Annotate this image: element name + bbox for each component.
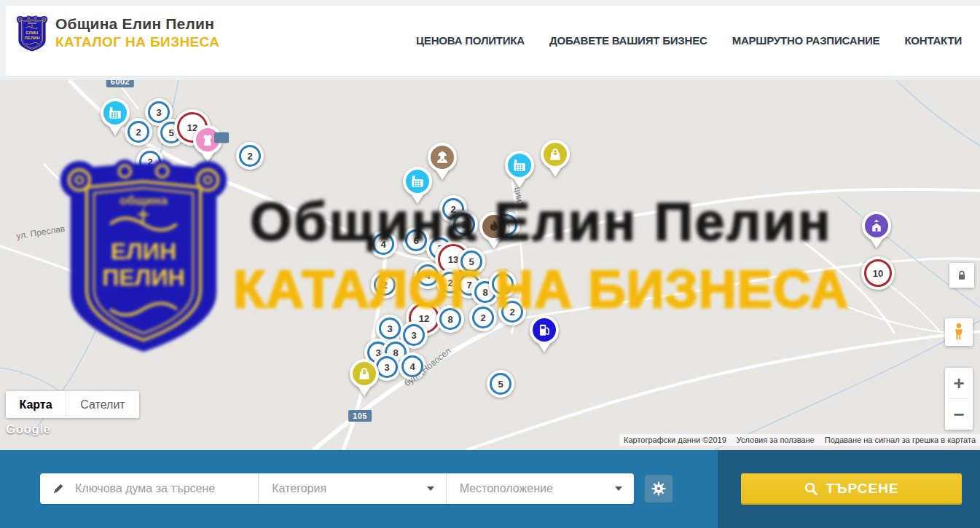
map-attribution: Картографски данни ©2019 Условия за полз… (619, 434, 980, 446)
map-pin-church[interactable] (862, 211, 891, 251)
cluster-count: 10 (873, 268, 883, 279)
keyword-section (40, 473, 259, 504)
zoom-in-button[interactable]: + (945, 368, 973, 398)
nav-add-business[interactable]: ДОБАВЕТЕ ВАШИЯТ БИЗНЕС (549, 34, 707, 47)
cluster-count: 3 (411, 330, 416, 341)
chevron-down-icon (427, 486, 434, 491)
category-select-value: Категория (259, 482, 426, 495)
street-label: ул. Преслав (15, 224, 66, 241)
pegman-control[interactable] (945, 318, 973, 346)
site-subtitle: КАТАЛОГ НА БИЗНЕСА (55, 34, 219, 51)
location-select[interactable]: Местоположение (447, 473, 634, 504)
road-number-badge (214, 133, 229, 143)
cluster-count: 6 (413, 235, 418, 246)
cluster-count: 2 (136, 127, 141, 138)
bag-icon (541, 140, 570, 169)
attribution-terms-link[interactable]: Условия за ползване (737, 436, 815, 444)
map-cluster-marker[interactable]: 4 (489, 270, 517, 298)
pegman-icon (951, 323, 967, 342)
zoom-out-button[interactable]: − (945, 399, 973, 430)
map-pin-clothes[interactable] (193, 125, 222, 165)
cluster-count: 8 (447, 314, 452, 325)
factory-icon (505, 151, 534, 180)
cluster-count: 2 (147, 157, 152, 168)
cluster-count: 3 (156, 107, 161, 118)
cluster-count: 5 (498, 379, 503, 390)
map-pin-bag[interactable] (350, 359, 379, 398)
flame-icon (479, 212, 509, 241)
cluster-count: 3 (384, 362, 389, 373)
cluster-count: 8 (482, 287, 487, 298)
map-cluster-marker[interactable]: 4 (369, 230, 397, 258)
lock-icon (955, 269, 968, 282)
map-type-control: Карта Сателит (6, 391, 139, 418)
search-button-label: ТЪРСЕНЕ (826, 481, 898, 497)
attribution-report-link[interactable]: Подаване на сигнал за грешка в картата (825, 436, 976, 444)
attribution-copyright: Картографски данни ©2019 (624, 436, 726, 444)
chevron-down-icon (615, 486, 622, 491)
pencil-icon (52, 482, 65, 495)
road-number-badge: 105 (348, 410, 372, 422)
cluster-count: 4 (500, 279, 505, 290)
main-nav: ЦЕНОВА ПОЛИТИКА ДОБАВЕТЕ ВАШИЯТ БИЗНЕС М… (416, 0, 962, 80)
zoom-control: + − (945, 368, 973, 430)
map-cluster-marker[interactable]: 2 (469, 304, 497, 331)
road-number-badge: 6002 (106, 80, 134, 87)
map-cluster-marker[interactable]: 10 (861, 256, 895, 290)
map-cluster-marker[interactable]: 2 (236, 142, 264, 170)
nav-pricing[interactable]: ЦЕНОВА ПОЛИТИКА (416, 34, 525, 47)
map-cluster-marker[interactable]: 5 (487, 370, 514, 398)
search-bar: Категория Местоположение (0, 450, 980, 528)
map-pin-fuel[interactable] (530, 315, 559, 355)
cluster-count: 2 (480, 312, 485, 323)
brand: Община Елин Пелин КАТАЛОГ НА БИЗНЕСА (55, 15, 219, 51)
factory-icon (101, 98, 130, 127)
map-canvas[interactable]: 325122223564713542278412822333834510 600… (0, 80, 980, 450)
map-pin-factory[interactable] (101, 98, 130, 138)
map-pin-flame[interactable] (479, 212, 509, 251)
map-type-satellite-button[interactable]: Сателит (66, 391, 139, 418)
nav-contacts[interactable]: КОНТАКТИ (904, 34, 962, 47)
cluster-count: 4 (425, 270, 430, 281)
lock-button[interactable] (949, 263, 974, 288)
cluster-count: 13 (448, 254, 458, 265)
page: Община Елин Пелин КАТАЛОГ НА БИЗНЕСА ЦЕН… (0, 0, 980, 528)
map-pin-factory[interactable] (505, 151, 534, 190)
map-cluster-marker[interactable]: 3 (450, 210, 478, 238)
header: Община Елин Пелин КАТАЛОГ НА БИЗНЕСА ЦЕН… (0, 0, 980, 80)
cluster-count: 2 (447, 277, 452, 288)
map-cluster-marker[interactable]: 2 (498, 298, 526, 326)
cluster-count: 5 (168, 127, 173, 138)
fuel-icon (530, 315, 559, 344)
cluster-count: 2 (509, 307, 514, 318)
search-button[interactable]: ТЪРСЕНЕ (741, 473, 962, 505)
cluster-count: 4 (380, 239, 385, 250)
bag-icon (350, 359, 379, 388)
cluster-count: 5 (469, 256, 474, 267)
church-icon (862, 211, 891, 240)
map-cluster-marker[interactable]: 8 (436, 305, 464, 333)
worker-icon (428, 143, 457, 172)
cluster-count: 2 (382, 280, 387, 291)
map-cluster-marker[interactable]: 2 (371, 271, 399, 299)
map-type-map-button[interactable]: Карта (6, 391, 66, 418)
google-logo[interactable]: Google (6, 422, 51, 437)
location-select-value: Местоположение (447, 482, 615, 495)
map-markers: 325122223564713542278412822333834510 600… (0, 80, 980, 450)
map-cluster-marker[interactable]: 2 (136, 148, 164, 176)
nav-route-schedule[interactable]: МАРШРУТНО РАЗПИСАНИЕ (732, 34, 880, 47)
search-icon (804, 481, 818, 496)
search-input-group: Категория Местоположение (40, 473, 634, 504)
map-pin-bag[interactable] (541, 140, 570, 179)
cluster-count: 2 (247, 151, 252, 162)
site-title: Община Елин Пелин (55, 15, 219, 33)
cluster-count: 3 (387, 323, 392, 334)
keyword-search-input[interactable] (74, 481, 258, 496)
category-select[interactable]: Категория (259, 473, 446, 504)
advanced-settings-button[interactable] (645, 475, 673, 503)
gear-icon (651, 481, 667, 497)
cluster-count: 3 (461, 219, 466, 230)
municipality-logo-icon[interactable] (16, 12, 48, 57)
map-pin-worker[interactable] (428, 143, 457, 182)
